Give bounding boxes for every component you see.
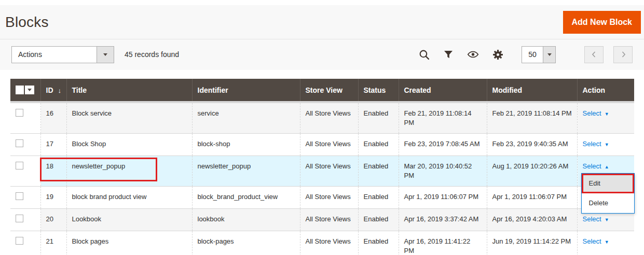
block-title: Block Shop <box>72 140 106 148</box>
column-label-action: Action <box>583 86 606 94</box>
column-header-store-view[interactable]: Store View <box>300 79 358 102</box>
row-action-select[interactable]: Select▼ <box>583 109 609 117</box>
cell-created: Feb 21, 2019 11:08:14 PM <box>399 102 487 134</box>
row-checkbox[interactable] <box>16 215 23 222</box>
row-checkbox[interactable] <box>16 139 23 147</box>
status-badge: Enabled <box>364 109 389 117</box>
status-badge: Enabled <box>364 193 389 201</box>
block-store-view: All Store Views <box>306 193 351 201</box>
column-header-created[interactable]: Created <box>399 79 487 102</box>
block-store-view: All Store Views <box>306 109 351 117</box>
modified-timestamp: Jun 19, 2019 11:14:22 PM <box>492 237 571 245</box>
page-header-area: Blocks Add New Block Actions 45 records … <box>0 5 644 70</box>
block-store-view: All Store Views <box>306 237 351 245</box>
block-identifier: block-shop <box>198 140 230 148</box>
block-title: Block pages <box>72 237 109 245</box>
eye-icon[interactable] <box>467 49 479 60</box>
per-page-value: 50 <box>522 47 543 63</box>
chevron-down-icon[interactable] <box>25 86 34 94</box>
cell-title: Lookbook <box>66 209 192 231</box>
grid-toolbar: Actions 45 records found <box>0 39 644 70</box>
table-body: 16 Block service service All Store Views… <box>10 102 634 255</box>
cell-modified: Feb 21, 2019 11:08:14 PM <box>487 102 577 134</box>
cell-title: Block service <box>66 102 192 134</box>
actions-dropdown[interactable]: Actions <box>11 46 114 63</box>
cell-created: Feb 23, 2019 7:08:45 AM <box>399 134 487 156</box>
chevron-down-icon[interactable] <box>543 47 555 63</box>
column-header-modified[interactable]: Modified <box>487 79 577 102</box>
cell-identifier: block_brand_product_view <box>192 187 300 209</box>
row-action-select[interactable]: Select▼ <box>583 215 609 223</box>
action-menu: EditDelete <box>581 173 635 214</box>
sort-arrow-icon: ↓ <box>58 87 62 94</box>
cell-created: Mar 20, 2019 10:40:52 PM <box>399 156 487 187</box>
select-all-checkbox[interactable] <box>16 86 24 94</box>
cell-id: 19 <box>40 187 66 209</box>
block-identifier: service <box>198 109 219 117</box>
add-new-block-button[interactable]: Add New Block <box>563 11 641 34</box>
previous-page-button[interactable] <box>584 46 604 63</box>
block-store-view: All Store Views <box>306 215 351 223</box>
cell-status: Enabled <box>358 231 399 255</box>
cell-id: 17 <box>40 134 66 156</box>
per-page-dropdown[interactable]: 50 <box>522 46 556 63</box>
table-row[interactable]: 17 Block Shop block-shop All Store Views… <box>10 134 634 156</box>
column-header-id[interactable]: ID↓ <box>40 79 66 102</box>
cell-store-view: All Store Views <box>300 134 358 156</box>
table-row[interactable]: 18 newsletter_popup newsletter_popup All… <box>10 156 634 187</box>
table-row[interactable]: 16 Block service service All Store Views… <box>10 102 634 134</box>
blocks-table: ID↓ Title Identifier Store View Status C… <box>10 79 634 255</box>
select-label: Select <box>583 215 601 223</box>
modified-timestamp: Aug 1, 2019 10:20:26 AM <box>492 162 569 170</box>
row-checkbox[interactable] <box>16 237 23 245</box>
column-header-identifier[interactable]: Identifier <box>192 79 300 102</box>
block-title: newsletter_popup <box>72 162 126 170</box>
modified-timestamp: Feb 21, 2019 11:08:14 PM <box>492 109 572 117</box>
column-header-status[interactable]: Status <box>358 79 399 102</box>
row-checkbox[interactable] <box>16 109 23 117</box>
action-menu-item-delete[interactable]: Delete <box>582 193 635 213</box>
cell-id: 16 <box>40 102 66 134</box>
block-store-view: All Store Views <box>306 140 351 148</box>
row-checkbox-cell <box>10 134 40 156</box>
row-checkbox-cell <box>10 102 40 134</box>
cell-action: Select▼ <box>577 102 634 134</box>
cell-modified: Aug 1, 2019 10:20:26 AM <box>487 156 577 187</box>
modified-timestamp: Apr 1, 2019 11:06:07 PM <box>492 193 567 201</box>
filter-icon[interactable] <box>443 49 454 60</box>
cms-blocks-page: Blocks Add New Block Actions 45 records … <box>0 0 644 255</box>
table-row[interactable]: 20 Lookbook lookbook All Store Views Ena… <box>10 209 634 231</box>
column-label-created: Created <box>404 86 431 94</box>
table-row[interactable]: 21 Block pages block-pages All Store Vie… <box>10 231 634 255</box>
caret-icon: ▼ <box>605 142 609 147</box>
column-label-store-view: Store View <box>306 86 342 94</box>
table-row[interactable]: 19 block brand product view block_brand_… <box>10 187 634 209</box>
block-identifier: newsletter_popup <box>198 162 251 170</box>
cell-title: Block pages <box>66 231 192 255</box>
gear-icon[interactable] <box>492 49 503 60</box>
select-all-control[interactable] <box>16 86 35 94</box>
next-page-button[interactable] <box>613 46 633 63</box>
page-title: Blocks <box>5 14 49 31</box>
column-label-modified: Modified <box>492 86 523 94</box>
row-action-select[interactable]: Select▼ <box>583 237 609 245</box>
status-badge: Enabled <box>364 237 389 245</box>
row-checkbox[interactable] <box>16 162 23 169</box>
row-action-select[interactable]: Select▲ <box>583 162 609 170</box>
row-checkbox[interactable] <box>16 192 23 200</box>
search-icon[interactable] <box>419 49 430 60</box>
cell-identifier: service <box>192 102 300 134</box>
created-timestamp: Apr 16, 2019 3:37:42 AM <box>404 215 479 223</box>
chevron-down-icon[interactable] <box>97 47 114 63</box>
block-id: 21 <box>46 237 53 245</box>
block-id: 18 <box>46 162 53 170</box>
status-badge: Enabled <box>364 140 389 148</box>
cell-modified: Apr 16, 2019 4:20:03 AM <box>487 209 577 231</box>
cell-store-view: All Store Views <box>300 102 358 134</box>
column-header-title[interactable]: Title <box>66 79 192 102</box>
row-action-select[interactable]: Select▼ <box>583 140 609 148</box>
column-label-id: ID <box>46 86 53 94</box>
action-menu-item-edit[interactable]: Edit <box>582 174 635 193</box>
block-title: block brand product view <box>72 193 147 201</box>
cell-identifier: lookbook <box>192 209 300 231</box>
